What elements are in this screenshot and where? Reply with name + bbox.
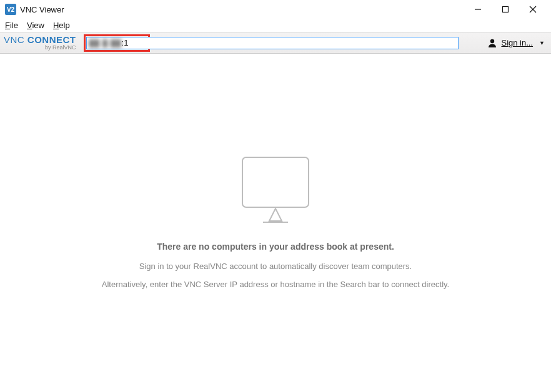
brand-sub: by RealVNC: [45, 45, 76, 51]
window-controls: [469, 2, 549, 17]
brand-connect: CONNECT: [27, 34, 76, 45]
main-content: There are no computers in your address b…: [0, 54, 551, 392]
brand-vnc: VNC: [4, 34, 24, 45]
svg-rect-1: [503, 7, 509, 12]
address-bar-wrapper: ██ █ ██ :1: [84, 34, 478, 52]
titlebar: V2 VNC Viewer: [0, 0, 551, 19]
person-icon: [487, 38, 497, 48]
menu-help[interactable]: Help: [53, 21, 70, 30]
menu-file[interactable]: File: [5, 21, 18, 30]
menubar: File View Help: [0, 19, 551, 32]
monitor-icon: [238, 154, 313, 230]
menu-view[interactable]: View: [27, 21, 44, 30]
address-input-extension[interactable]: [147, 37, 459, 49]
chevron-down-icon: ▼: [539, 40, 545, 46]
brand-logo: VNC CONNECT by RealVNC: [4, 35, 76, 51]
empty-headline: There are no computers in your address b…: [157, 242, 394, 252]
address-display-visible: :1: [122, 38, 129, 47]
svg-point-4: [490, 39, 494, 42]
empty-line-1: Sign in to your RealVNC account to autom…: [139, 262, 412, 271]
close-button[interactable]: [524, 2, 542, 17]
minimize-button[interactable]: [469, 2, 487, 17]
window-title: VNC Viewer: [20, 5, 64, 14]
address-highlight: ██ █ ██ :1: [84, 34, 150, 52]
toolbar: VNC CONNECT by RealVNC ██ █ ██ :1 Sign i…: [0, 32, 551, 54]
signin-label: Sign in...: [501, 38, 533, 47]
maximize-button[interactable]: [496, 2, 515, 17]
empty-line-2: Alternatively, enter the VNC Server IP a…: [102, 280, 449, 289]
svg-rect-5: [242, 157, 309, 207]
signin-dropdown[interactable]: Sign in... ▼: [482, 38, 545, 48]
app-icon: V2: [5, 4, 16, 15]
address-obscured-host: ██ █ ██: [89, 39, 122, 47]
address-input[interactable]: ██ █ ██ :1: [86, 37, 147, 49]
